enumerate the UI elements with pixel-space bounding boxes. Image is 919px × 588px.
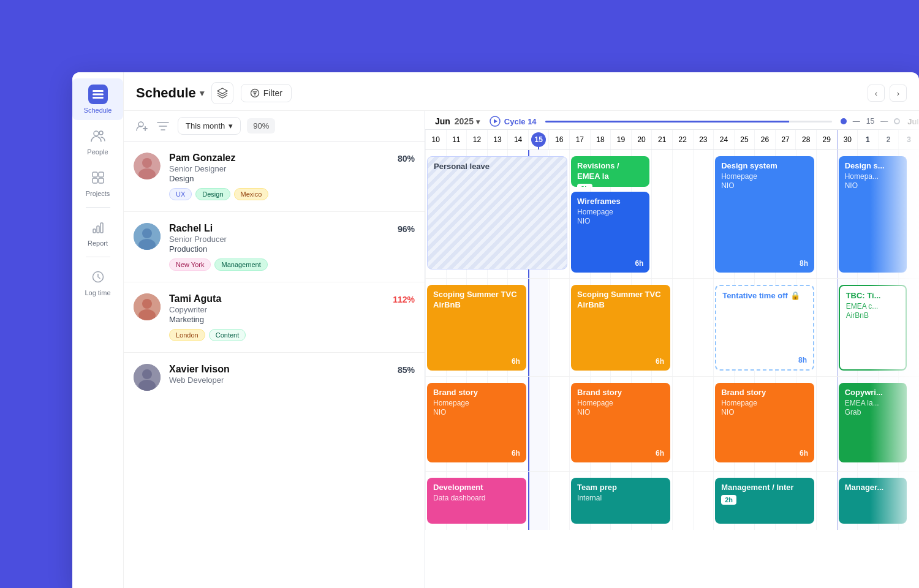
- svg-point-4: [99, 131, 103, 135]
- event-title: Wireframes: [577, 197, 643, 207]
- person-name-tami: Tami Aguta: [169, 293, 384, 304]
- day-header-10: 10: [425, 130, 446, 149]
- event-xavier-14[interactable]: Management / Inter2h: [715, 478, 814, 524]
- people-list-header: This month ▾ 90%: [124, 111, 425, 141]
- event-title: Copywri...: [845, 388, 901, 398]
- event-subtitle: Internal: [577, 494, 664, 502]
- day-header-11: 11: [446, 130, 467, 149]
- event-hours: 6h: [656, 357, 664, 366]
- event-hours: 6h: [635, 259, 643, 268]
- cycle-section: Cycle 14 — 15 — Jul: [490, 116, 919, 127]
- event-pam-7[interactable]: Revisions / EMEA la2h: [571, 156, 649, 187]
- event-tami-7[interactable]: Brand storyHomepageNIO6h: [571, 383, 670, 462]
- event-rachel-0[interactable]: Scoping Summer TVC AirBnB6h: [427, 285, 526, 371]
- sidebar-item-report[interactable]: Report: [72, 211, 123, 253]
- svg-rect-9: [93, 229, 96, 233]
- event-subtitle: EMEA c...: [846, 302, 900, 311]
- avatar-xavier: [134, 364, 161, 391]
- event-tami-14[interactable]: Brand storyHomepageNIO6h: [715, 383, 814, 462]
- page-title[interactable]: Schedule ▾: [136, 85, 204, 101]
- event-xavier-0[interactable]: DevelopmentData dashboard: [427, 478, 526, 524]
- tag-management: Management: [214, 258, 267, 271]
- event-subtitle: NIO: [845, 181, 901, 190]
- event-pam-0[interactable]: Personal leave: [427, 156, 567, 270]
- calendar-grid: Jun 2025 ▾ Cycle 14: [425, 111, 919, 588]
- event-tami-0[interactable]: Brand storyHomepageNIO6h: [427, 383, 526, 462]
- event-pam-20[interactable]: Design s...Homepa...NIO: [839, 156, 907, 273]
- calendar-month-label[interactable]: Jun 2025 ▾: [435, 116, 480, 126]
- sidebar-item-schedule[interactable]: Schedule: [72, 78, 123, 120]
- person-dept-rachel: Production: [169, 244, 389, 254]
- day-header-3: 3: [898, 130, 919, 149]
- sidebar-divider: [86, 207, 110, 208]
- sidebar-item-people[interactable]: People: [72, 120, 123, 162]
- day-header-21: 21: [651, 130, 672, 149]
- month-nav: Jun 2025 ▾: [435, 116, 480, 126]
- avatar-tami: [134, 293, 161, 320]
- schedule-area: This month ▾ 90% Pam Gonzalez Senior Des…: [124, 111, 919, 588]
- svg-rect-7: [93, 178, 97, 183]
- event-subtitle: NIO: [577, 408, 664, 417]
- event-hours: 8h: [800, 259, 808, 268]
- event-title: Scoping Summer TVC AirBnB: [577, 290, 664, 311]
- svg-rect-8: [99, 178, 104, 183]
- event-title: Brand story: [721, 388, 808, 398]
- event-subtitle: AirBnB: [846, 311, 900, 320]
- sidebar-report-label: Report: [88, 239, 108, 247]
- event-title: Revisions / EMEA la: [577, 161, 643, 182]
- event-xavier-20[interactable]: Manager...: [839, 478, 907, 524]
- person-info-tami: Tami Aguta Copywriter Marketing London C…: [169, 293, 384, 341]
- event-title: Tentative time off🔒: [722, 291, 807, 301]
- sidebar-item-projects[interactable]: Projects: [72, 162, 123, 203]
- person-tags-tami: London Content: [169, 329, 384, 341]
- lock-icon: 🔒: [790, 291, 800, 300]
- nav-prev-button[interactable]: ‹: [868, 85, 885, 102]
- filter-button[interactable]: Filter: [241, 84, 292, 102]
- event-subtitle: NIO: [721, 408, 808, 417]
- event-rachel-7[interactable]: Scoping Summer TVC AirBnB6h: [571, 285, 670, 371]
- month-selector-label: This month: [186, 121, 225, 130]
- person-dept-tami: Marketing: [169, 315, 384, 324]
- sidebar-item-logtime[interactable]: Log time: [72, 261, 123, 303]
- event-xavier-7[interactable]: Team prepInternal: [571, 478, 670, 524]
- event-hours: 8h: [798, 356, 807, 364]
- person-name-xavier: Xavier Ivison: [169, 364, 389, 375]
- month-selector[interactable]: This month ▾: [178, 117, 241, 135]
- svg-rect-1: [93, 94, 104, 96]
- event-subtitle: Homepage: [721, 399, 808, 407]
- sort-button[interactable]: [154, 118, 172, 135]
- timeline-row-tami: Brand storyHomepageNIO6hBrand storyHomep…: [425, 377, 919, 472]
- person-pct-pam: 80%: [398, 153, 415, 164]
- event-pam-14[interactable]: Design systemHomepageNIO8h: [715, 156, 814, 273]
- person-row-pam: Pam Gonzalez Senior Designer Design UX D…: [124, 141, 425, 212]
- event-rachel-20[interactable]: TBC: Ti...EMEA c...AirBnB: [839, 285, 907, 371]
- svg-point-22: [142, 299, 152, 309]
- event-badge: 2h: [577, 184, 592, 187]
- overall-percent: 90%: [247, 118, 275, 134]
- svg-rect-0: [93, 90, 104, 92]
- event-badge: 2h: [721, 495, 736, 505]
- svg-point-16: [142, 158, 152, 168]
- event-title: Brand story: [577, 388, 664, 398]
- cycle-num-label: —: [853, 117, 860, 126]
- day-header-26: 26: [754, 130, 775, 149]
- event-title: Design system: [721, 161, 808, 172]
- day-header-12: 12: [466, 130, 487, 149]
- timeline-body: Personal leaveRevisions / EMEA la2hWiref…: [425, 150, 919, 588]
- jul-divider: [837, 279, 838, 376]
- day-header-29: 29: [816, 130, 837, 149]
- main-content: Schedule ▾ Filter ‹ ›: [124, 72, 919, 588]
- logtime-icon: [88, 267, 108, 287]
- layers-button[interactable]: [211, 82, 233, 104]
- day-header-20: 20: [631, 130, 652, 149]
- day-header-17: 17: [569, 130, 590, 149]
- nav-next-button[interactable]: ›: [890, 85, 907, 102]
- tag-mexico: Mexico: [234, 188, 269, 200]
- event-rachel-14[interactable]: Tentative time off🔒8h: [715, 285, 814, 371]
- add-person-button[interactable]: [134, 118, 151, 135]
- day-header-24: 24: [713, 130, 734, 149]
- event-pam-7[interactable]: WireframesHomepageNIO6h: [571, 192, 649, 273]
- event-tami-20[interactable]: Copywri...EMEA la...Grab: [839, 383, 907, 462]
- day-header-13: 13: [487, 130, 508, 149]
- title-chevron: ▾: [200, 88, 204, 98]
